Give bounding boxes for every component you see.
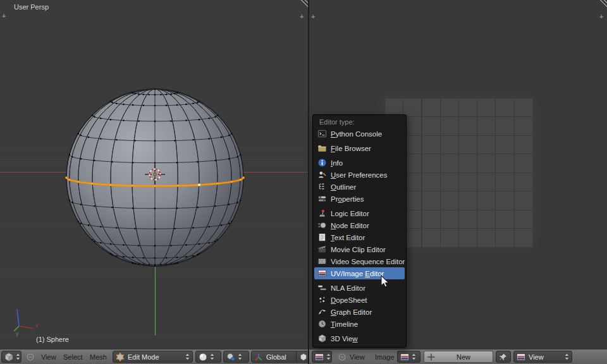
menu-item-file-browser[interactable]: File Browser <box>314 142 405 154</box>
menu-item-video-sequence-editor[interactable]: Video Sequence Editor <box>314 255 405 267</box>
image-browse-dropdown[interactable] <box>397 351 420 363</box>
collapse-menus-icon[interactable] <box>338 353 346 361</box>
expand-region-right-button[interactable]: + <box>311 13 315 20</box>
axis-tripod-icon <box>254 352 264 362</box>
menu-view[interactable]: View <box>350 353 365 361</box>
svg-text:x: x <box>35 322 39 329</box>
info-icon <box>317 158 327 167</box>
node-icon <box>317 221 327 230</box>
manipulator-cube-icon <box>298 352 308 362</box>
mode-dropdown[interactable]: Edit Mode <box>113 351 193 363</box>
folder-icon <box>317 143 327 153</box>
sequence-icon <box>317 257 327 266</box>
menu-item-label: Movie Clip Editor <box>331 246 386 253</box>
updown-arrows-icon <box>15 352 21 361</box>
menu-item-movie-clip-editor[interactable]: Movie Clip Editor <box>314 243 405 255</box>
viewport-canvas[interactable]: y x <box>0 0 308 349</box>
image-icon <box>317 269 327 278</box>
menu-item-3d-view[interactable]: 3D View <box>314 332 405 344</box>
menu-item-label: Graph Editor <box>331 308 372 316</box>
menu-item-label: Info <box>331 159 343 167</box>
image-icon <box>516 352 526 362</box>
userpref-icon <box>317 170 327 179</box>
mouse-cursor <box>380 275 391 289</box>
menu-item-label: Properties <box>331 195 364 203</box>
menu-item-python-console[interactable]: Python Console <box>314 128 405 140</box>
blender-window: y x User Persp (1) Sphere + + View Selec… <box>0 0 607 364</box>
menu-item-label: User Preferences <box>331 171 388 179</box>
editor-type-button-image-editor[interactable] <box>312 351 332 363</box>
orientation-dropdown-label: Global <box>266 353 294 361</box>
menu-image[interactable]: Image <box>375 353 395 361</box>
image-view-dropdown-label: View <box>529 353 560 361</box>
axis-gizmo: y x <box>14 309 39 337</box>
menu-item-timeline[interactable]: Timeline <box>314 318 405 330</box>
viewport-view-label: User Persp <box>14 3 49 11</box>
view3d-icon <box>4 352 14 362</box>
menu-title: Editor type: <box>314 117 405 128</box>
menu-item-label: Text Editor <box>331 234 365 241</box>
updown-arrows-icon <box>326 352 331 361</box>
outliner-icon <box>317 182 327 191</box>
menu-item-info[interactable]: Info <box>314 157 405 169</box>
expand-toolshelf-button[interactable]: + <box>2 13 6 19</box>
updown-arrows-icon <box>237 352 243 361</box>
image-view-dropdown[interactable]: View <box>513 351 572 363</box>
expand-region-left-button[interactable]: + <box>300 13 304 20</box>
new-image-button[interactable]: New <box>424 351 493 363</box>
updown-arrows-icon <box>564 352 570 361</box>
menu-item-label: 3D View <box>331 335 358 343</box>
menu-item-label: UV/Image Editor <box>331 270 384 277</box>
menu-item-properties[interactable]: Properties <box>314 193 405 205</box>
updown-arrows-icon <box>411 352 417 361</box>
menu-item-label: Logic Editor <box>331 210 369 217</box>
menu-item-text-editor[interactable]: Text Editor <box>314 231 405 243</box>
active-object-label: (1) Sphere <box>36 336 69 343</box>
manipulator-button[interactable] <box>296 351 308 363</box>
view3d-icon <box>317 334 327 343</box>
plus-icon <box>426 352 436 362</box>
menu-item-dopesheet[interactable]: DopeSheet <box>314 294 405 306</box>
viewport-shading-dropdown[interactable] <box>195 351 221 363</box>
updown-arrows-icon <box>185 352 190 361</box>
shading-ball-icon <box>198 352 208 362</box>
menu-item-label: DopeSheet <box>331 296 367 304</box>
menu-item-label: Node Editor <box>331 222 369 229</box>
menu-item-label: Outliner <box>331 183 356 191</box>
timeline-icon <box>317 319 327 329</box>
area-corner-handle[interactable] <box>598 0 607 9</box>
expand-properties-button[interactable]: + <box>599 13 603 20</box>
menu-view[interactable]: View <box>41 353 56 361</box>
new-image-button-label: New <box>439 353 488 361</box>
menu-mesh[interactable]: Mesh <box>90 353 107 361</box>
menu-item-node-editor[interactable]: Node Editor <box>314 219 405 231</box>
menu-item-label: NLA Editor <box>331 284 365 292</box>
menu-item-label: File Browser <box>331 145 371 152</box>
editor-type-button-3d-view[interactable] <box>1 351 21 363</box>
pin-image-button[interactable] <box>496 351 511 363</box>
collapse-menus-icon[interactable] <box>26 353 35 361</box>
3d-viewport-area[interactable]: y x User Persp (1) Sphere + + View Selec… <box>0 0 308 364</box>
area-divider[interactable] <box>308 0 309 364</box>
uv-editor-header: View Image New View <box>309 349 607 364</box>
menu-item-user-preferences[interactable]: User Preferences <box>314 169 405 181</box>
properties-icon <box>317 194 327 203</box>
menu-item-label: Python Console <box>331 130 382 138</box>
menu-item-logic-editor[interactable]: Logic Editor <box>314 207 405 219</box>
menu-item-graph-editor[interactable]: Graph Editor <box>314 306 405 318</box>
pivot-icon <box>226 352 236 362</box>
editmode-icon <box>115 352 125 362</box>
menu-select[interactable]: Select <box>63 353 83 361</box>
image-editor-icon <box>314 352 324 362</box>
menu-item-outliner[interactable]: Outliner <box>314 181 405 193</box>
nla-icon <box>317 283 327 293</box>
editor-type-menu: Editor type: Python ConsoleFile BrowserI… <box>312 114 407 348</box>
menu-item-label: Timeline <box>331 320 358 328</box>
dopesheet-icon <box>317 295 327 305</box>
movieclip-icon <box>317 245 327 254</box>
logic-icon <box>317 209 327 218</box>
pivot-point-dropdown[interactable] <box>223 351 249 363</box>
image-icon <box>400 352 410 362</box>
pin-icon <box>498 352 508 362</box>
3d-view-header: View Select Mesh Edit Mode Global <box>0 349 308 364</box>
